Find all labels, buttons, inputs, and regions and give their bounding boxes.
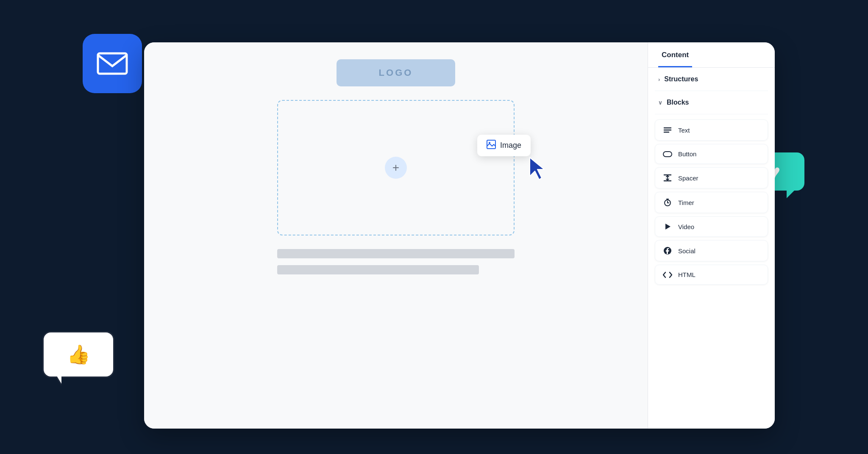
- content-lines-area: [277, 249, 515, 274]
- svg-rect-6: [663, 152, 672, 157]
- email-app-icon: [83, 34, 142, 93]
- image-icon: [487, 140, 496, 151]
- block-timer-label: Timer: [678, 199, 694, 206]
- email-canvas: LOGO + Image: [144, 42, 648, 429]
- tab-content[interactable]: Content: [658, 42, 692, 67]
- svg-rect-0: [98, 53, 127, 74]
- block-item-html[interactable]: HTML: [655, 265, 768, 285]
- content-line-2: [277, 265, 479, 274]
- svg-marker-11: [665, 224, 670, 230]
- add-content-button[interactable]: +: [385, 157, 407, 179]
- social-block-icon: [663, 246, 672, 255]
- text-block-icon: [663, 126, 672, 134]
- block-social-label: Social: [678, 247, 696, 255]
- blocks-label: Blocks: [667, 99, 689, 106]
- tab-content-label: Content: [662, 51, 689, 59]
- block-video-label: Video: [678, 223, 694, 230]
- plus-icon: +: [392, 161, 399, 174]
- block-text-label: Text: [678, 127, 690, 134]
- block-item-social[interactable]: Social: [655, 240, 768, 261]
- image-tooltip-label: Image: [500, 141, 521, 150]
- blocks-section: ∨ Blocks Text: [648, 91, 775, 290]
- logo-text: LOGO: [379, 67, 413, 78]
- content-line-1: [277, 249, 515, 258]
- block-item-timer[interactable]: Timer: [655, 192, 768, 213]
- timer-block-icon: [663, 198, 672, 207]
- email-envelope-icon: [95, 47, 129, 80]
- block-button-label: Button: [678, 150, 696, 158]
- thumbs-up-icon: 👍: [67, 343, 90, 365]
- block-item-video[interactable]: Video: [655, 216, 768, 237]
- blocks-chevron-icon: ∨: [658, 100, 662, 106]
- cursor-arrow: [526, 156, 548, 183]
- panel-tabs: Content: [648, 42, 775, 68]
- structures-chevron-icon: ›: [658, 76, 660, 83]
- block-spacer-label: Spacer: [678, 174, 698, 182]
- block-item-text[interactable]: Text: [655, 119, 768, 141]
- main-editor-container: LOGO + Image: [144, 42, 775, 429]
- blocks-section-header[interactable]: ∨ Blocks: [655, 91, 768, 114]
- structures-section: › Structures: [648, 68, 775, 91]
- block-item-button[interactable]: Button: [655, 144, 768, 164]
- like-bubble-decoration: 👍: [42, 331, 114, 378]
- logo-placeholder: LOGO: [337, 59, 455, 86]
- structures-section-header[interactable]: › Structures: [655, 68, 768, 91]
- image-tooltip: Image: [477, 135, 531, 156]
- button-block-icon: [663, 151, 672, 157]
- spacer-block-icon: [663, 174, 672, 182]
- block-item-spacer[interactable]: Spacer: [655, 167, 768, 188]
- right-content-panel: Content › Structures ∨ Blocks: [648, 42, 775, 429]
- structures-label: Structures: [664, 75, 698, 83]
- block-html-label: HTML: [678, 271, 696, 278]
- video-block-icon: [663, 223, 672, 230]
- blocks-list: Text Button: [655, 114, 768, 290]
- image-content-block[interactable]: + Image: [277, 100, 515, 235]
- html-block-icon: [663, 271, 672, 278]
